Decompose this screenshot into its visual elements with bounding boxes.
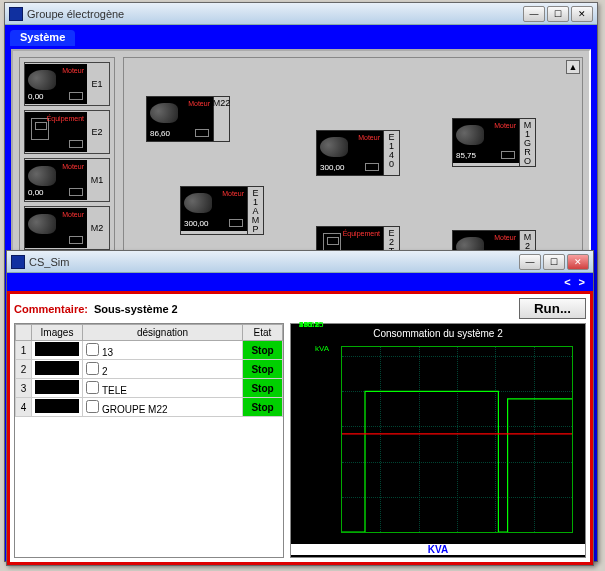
chart-title: Consommation du système 2 [291, 328, 585, 339]
main-titlebar[interactable]: Groupe électrogène — ☐ ✕ [5, 3, 597, 25]
main-title: Groupe électrogène [27, 8, 523, 20]
table-pane: Images désignation Etat 1 13 Stop2 2 Sto… [14, 323, 284, 558]
commentaire-value: Sous-système 2 [94, 303, 178, 315]
table-row[interactable]: 4 GROUPE M22 Stop [16, 398, 283, 417]
row-designation: 13 [83, 341, 243, 360]
row-designation: TELE [83, 379, 243, 398]
diagram-node[interactable]: Moteur85,75M1GRO [452, 118, 536, 167]
minimize-button[interactable]: — [523, 6, 545, 22]
tab-systeme[interactable]: Système [10, 30, 75, 46]
row-image [32, 341, 83, 360]
th-etat: Etat [243, 325, 283, 341]
table-row[interactable]: 2 2 Stop [16, 360, 283, 379]
maximize-button[interactable]: ☐ [547, 6, 569, 22]
chart-panel: Consommation du système 2 kVA KVA 95.051… [290, 323, 586, 558]
thumbnail[interactable]: ÉquipementE2 [24, 110, 110, 154]
cs-titlebar[interactable]: CS_Sim — ☐ ✕ [7, 251, 593, 273]
row-number: 3 [16, 379, 32, 398]
th-images: Images [32, 325, 83, 341]
close-button[interactable]: ✕ [571, 6, 593, 22]
th-blank [16, 325, 32, 341]
row-checkbox[interactable] [86, 381, 99, 394]
row-number: 4 [16, 398, 32, 417]
thumbnail[interactable]: Moteur0,00M1 [24, 158, 110, 202]
th-designation: désignation [83, 325, 243, 341]
run-button[interactable]: Run... [519, 298, 586, 319]
row-designation: GROUPE M22 [83, 398, 243, 417]
cs-body: < > Commentaire: Sous-système 2 Run... I… [7, 273, 593, 565]
row-checkbox[interactable] [86, 362, 99, 375]
minimize-button[interactable]: — [519, 254, 541, 270]
cs-sim-window: CS_Sim — ☐ ✕ < > Commentaire: Sous-systè… [6, 250, 594, 566]
row-etat[interactable]: Stop [243, 379, 283, 398]
nav-prev-button[interactable]: < [564, 276, 570, 288]
commentaire-label: Commentaire: [14, 303, 88, 315]
table-row[interactable]: 3 TELE Stop [16, 379, 283, 398]
cs-title: CS_Sim [29, 256, 519, 268]
subsystems-table: Images désignation Etat 1 13 Stop2 2 Sto… [15, 324, 283, 417]
tab-bar: Système [10, 30, 592, 46]
row-checkbox[interactable] [86, 400, 99, 413]
table-row[interactable]: 1 13 Stop [16, 341, 283, 360]
diagram-node[interactable]: Moteur300,00E140 [316, 130, 400, 176]
thumbnail[interactable]: Moteur0,00E1 [24, 62, 110, 106]
nav-next-button[interactable]: > [579, 276, 585, 288]
row-image [32, 379, 83, 398]
close-button[interactable]: ✕ [567, 254, 589, 270]
app-icon [11, 255, 25, 269]
row-designation: 2 [83, 360, 243, 379]
row-etat[interactable]: Stop [243, 360, 283, 379]
scroll-up-button[interactable]: ▲ [566, 60, 580, 74]
row-checkbox[interactable] [86, 343, 99, 356]
cs-main-panel: Commentaire: Sous-système 2 Run... Image… [7, 291, 593, 565]
row-number: 1 [16, 341, 32, 360]
chart-area [341, 346, 573, 533]
row-image [32, 398, 83, 417]
row-number: 2 [16, 360, 32, 379]
thumbnail[interactable]: MoteurM2 [24, 206, 110, 250]
cs-navbar: < > [7, 273, 593, 291]
row-etat[interactable]: Stop [243, 398, 283, 417]
maximize-button[interactable]: ☐ [543, 254, 565, 270]
row-etat[interactable]: Stop [243, 341, 283, 360]
chart-ylabel: kVA [315, 344, 329, 353]
app-icon [9, 7, 23, 21]
chart-xlabel: KVA [291, 544, 585, 555]
diagram-node[interactable]: Moteur86,60M22 [146, 96, 230, 142]
diagram-node[interactable]: Moteur300,00E1AMP [180, 186, 264, 235]
chart-ytick: 475.25 [299, 320, 323, 329]
row-image [32, 360, 83, 379]
